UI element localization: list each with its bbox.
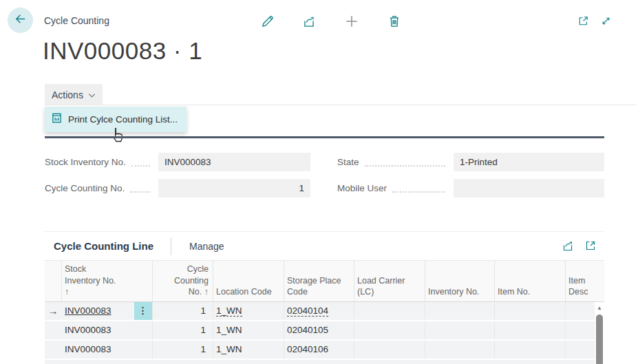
field-label-stock-inventory-no: Stock Inventory No. xyxy=(45,153,158,171)
field-label-mobile-user: Mobile User xyxy=(337,179,454,197)
cell-load-carrier[interactable] xyxy=(354,302,425,320)
cell-cycle-counting-no[interactable]: 1 xyxy=(153,302,213,320)
share-icon[interactable] xyxy=(301,14,317,32)
cell-stock-inventory-no[interactable]: INV000083 xyxy=(62,321,134,339)
col-storage-place-code[interactable]: Storage Place Code xyxy=(284,261,354,301)
add-icon[interactable] xyxy=(344,14,359,32)
cell-storage-place-code[interactable]: 02040105 xyxy=(284,321,354,339)
cell-stock-inventory-no[interactable]: INV000083 xyxy=(62,341,134,358)
col-cycle-counting-no[interactable]: Cycle Counting No. ↑ xyxy=(153,261,213,301)
menu-item-print-cycle-counting-list[interactable]: Print Cylce Counting List... xyxy=(45,107,187,132)
mobile-user-field[interactable] xyxy=(454,179,604,197)
menu-item-label: Print Cylce Counting List... xyxy=(68,114,178,125)
cell-item-no[interactable] xyxy=(495,302,566,320)
breadcrumb[interactable]: Cycle Counting xyxy=(44,15,109,26)
cell-menu-placeholder xyxy=(134,341,153,358)
storage-place-link[interactable]: 02040104 xyxy=(287,306,328,317)
dotted-leader xyxy=(131,165,150,167)
cell-item-no[interactable] xyxy=(495,341,566,358)
table-row[interactable]: INV000083 1 1_WN 02040106 xyxy=(45,341,595,360)
cycle-counting-line-card: Cycle Counting Line Manage Stock Invento… xyxy=(45,231,604,364)
cell-inventory-no[interactable] xyxy=(425,321,495,339)
cell-location-code[interactable]: 1_WN xyxy=(213,321,284,339)
cell-load-carrier[interactable] xyxy=(354,341,425,358)
col-inventory-no[interactable]: Inventory No. xyxy=(425,261,495,301)
cell-cycle-counting-no[interactable]: 1 xyxy=(153,321,213,339)
chevron-down-icon xyxy=(88,89,96,100)
card-caption: Cycle Counting Line xyxy=(54,240,153,252)
card-header: Cycle Counting Line Manage xyxy=(45,232,604,261)
cell-inventory-no[interactable] xyxy=(425,302,495,320)
col-location-code[interactable]: Location Code xyxy=(213,261,284,301)
section-divider xyxy=(45,136,604,138)
grid-body: → INV000083 ⋮ 1 1_WN 02040104 INV000083 … xyxy=(45,302,595,364)
page: Cycle Counting INV000083 · 1 Actions Pri… xyxy=(0,0,638,364)
dotted-leader xyxy=(130,191,150,193)
back-button[interactable] xyxy=(8,8,33,33)
state-field[interactable]: 1-Printed xyxy=(454,153,604,171)
cell-location-code[interactable]: 1_WN xyxy=(213,341,284,358)
col-stock-inventory-no[interactable]: Stock Inventory No. ↑ xyxy=(62,261,153,301)
ellipsis-menu-icon[interactable]: ⋮ xyxy=(134,302,153,320)
dotted-leader xyxy=(392,191,445,193)
resize-icon[interactable] xyxy=(599,14,613,30)
cell-storage-place-code[interactable]: 02040106 xyxy=(284,341,354,358)
actions-bar-divider xyxy=(45,105,637,105)
back-arrow-icon xyxy=(14,12,27,28)
grid-scrollbar[interactable]: ▲ xyxy=(595,303,604,364)
dotted-leader xyxy=(365,165,445,167)
table-row-partial[interactable] xyxy=(45,360,595,364)
popout-icon[interactable] xyxy=(577,14,590,30)
field-label-cycle-counting-no: Cycle Counting No. xyxy=(45,179,158,197)
delete-icon[interactable] xyxy=(387,14,402,32)
actions-menu-label: Actions xyxy=(52,89,83,100)
table-row[interactable]: INV000083 1 1_WN 02040105 xyxy=(45,321,595,341)
cell-item-description[interactable] xyxy=(566,321,595,339)
col-item-no[interactable]: Item No. xyxy=(495,261,566,301)
cycle-counting-no-field[interactable]: 1 xyxy=(158,179,310,197)
col-load-carrier[interactable]: Load Carrier (LC) xyxy=(354,261,425,301)
cell-load-carrier[interactable] xyxy=(354,321,425,339)
location-code-link[interactable]: 1_WN xyxy=(216,306,242,317)
table-row[interactable]: → INV000083 ⋮ 1 1_WN 02040104 xyxy=(45,302,595,321)
edit-icon[interactable] xyxy=(260,14,275,32)
focus-mode-icon[interactable] xyxy=(584,239,597,255)
field-label-state: State xyxy=(337,153,454,171)
caption-divider xyxy=(171,237,171,255)
manage-menu[interactable]: Manage xyxy=(189,241,224,252)
cell-inventory-no[interactable] xyxy=(425,341,495,358)
actions-menu-button[interactable]: Actions xyxy=(45,84,103,105)
page-title: INV000083 · 1 xyxy=(43,37,202,65)
stock-inventory-link[interactable]: INV000083 xyxy=(65,306,111,316)
cell-menu-placeholder xyxy=(134,321,153,339)
cell-item-no[interactable] xyxy=(495,321,566,339)
report-icon xyxy=(51,112,63,127)
grid-share-icon[interactable] xyxy=(561,239,575,255)
selector-column-header xyxy=(45,261,62,301)
scrollbar-thumb[interactable] xyxy=(596,314,603,364)
stock-inventory-no-field[interactable]: INV000083 xyxy=(158,153,310,171)
row-selector-arrow-icon: → xyxy=(47,302,59,320)
col-item-description[interactable]: Item Desc xyxy=(566,261,604,301)
cell-cycle-counting-no[interactable]: 1 xyxy=(153,341,213,358)
grid-header-row: Stock Inventory No. ↑ Cycle Counting No.… xyxy=(45,261,604,302)
cell-item-description[interactable] xyxy=(566,341,595,358)
scroll-up-icon[interactable]: ▲ xyxy=(595,303,604,313)
cell-item-description[interactable] xyxy=(566,302,595,320)
